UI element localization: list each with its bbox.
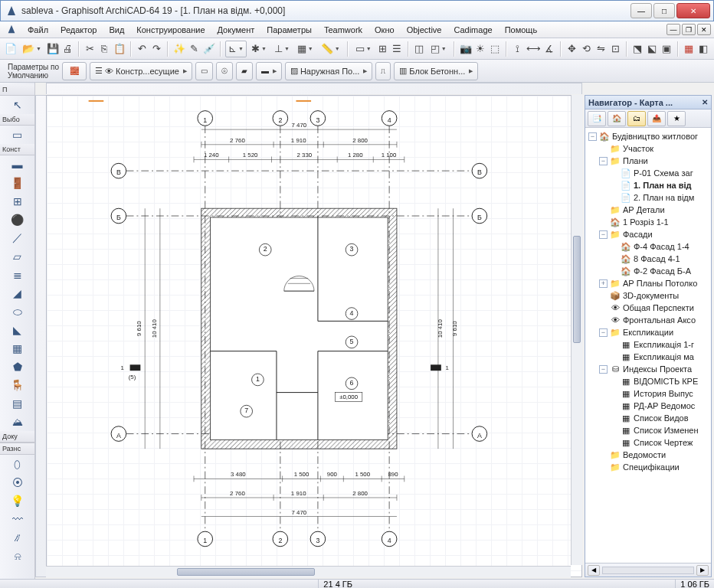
tree-twisty[interactable]: − xyxy=(599,328,608,337)
ref-line[interactable]: ▬▶ xyxy=(256,62,282,80)
navigator-title[interactable]: Навигатор - Карта ... ✕ xyxy=(585,96,711,109)
ruler-icon[interactable]: 📏▼ xyxy=(318,41,343,57)
mdi-close[interactable]: ✕ xyxy=(697,24,711,35)
maximize-button[interactable]: □ xyxy=(653,3,675,18)
tree-item[interactable]: −📁Плани xyxy=(587,155,709,167)
material-combo[interactable]: ▥ Блок Бетонн... ▶ xyxy=(394,62,478,80)
layer-combo[interactable]: ☰ 👁 Констр...есущие ▶ xyxy=(90,62,192,80)
defaults-button[interactable]: 🧱 xyxy=(62,62,87,80)
pen-icon[interactable]: ✎ xyxy=(188,41,201,57)
shell-tool[interactable]: ⬭ xyxy=(8,303,27,320)
zone-tool[interactable]: ▤ xyxy=(8,395,27,412)
tree-item[interactable]: ▦Експликація 1-г xyxy=(587,338,709,351)
geometry-method-a[interactable]: ▭ xyxy=(195,62,213,80)
tree-item[interactable]: −🏠Будівництво житловог xyxy=(587,130,709,142)
column-tool[interactable]: ⚫ xyxy=(8,211,27,228)
angle-icon[interactable]: ∡ xyxy=(543,41,556,57)
nav-scroll-right[interactable]: ▶ xyxy=(696,565,709,576)
window-tool[interactable]: ⊞ xyxy=(8,193,27,210)
move-icon[interactable]: ✥ xyxy=(565,41,578,57)
tree-item[interactable]: 📁АР Детали xyxy=(587,204,709,216)
tree-item[interactable]: 📄2. План на відм xyxy=(587,191,709,204)
navigator-tree[interactable]: −🏠Будівництво житловог📁Участок−📁Плани📄Р-… xyxy=(585,128,711,563)
snap-grid-icon[interactable]: ▦▼ xyxy=(294,41,316,57)
menu-objective[interactable]: Objective xyxy=(401,23,448,37)
menu-помощь[interactable]: Помощь xyxy=(499,23,544,37)
menu-окно[interactable]: Окно xyxy=(368,23,401,37)
marquee-tool[interactable]: ▭ xyxy=(8,126,27,143)
tree-twisty[interactable]: − xyxy=(599,230,608,239)
copy-icon[interactable]: ⎘ xyxy=(98,41,111,57)
tree-item[interactable]: ▦История Выпус xyxy=(587,387,709,400)
drawing-canvas[interactable]: 11223344 ААББВВ 2 3 4 5 6 1 7 ±0,000 xyxy=(46,95,582,577)
eyedrop-icon[interactable]: 💉 xyxy=(202,41,216,57)
horizontal-scrollbar[interactable] xyxy=(46,566,571,577)
geometry-method-b[interactable]: ⦾ xyxy=(216,62,233,80)
tree-item[interactable]: 🏠Ф-2 Фасад Б-А xyxy=(587,265,709,277)
snap-intersection-icon[interactable]: ✱▼ xyxy=(248,41,270,57)
tree-item[interactable]: −⛁Индексы Проекта xyxy=(587,363,709,375)
extra-a-icon[interactable]: ▦ xyxy=(683,41,696,57)
profile-combo[interactable]: ⎍ xyxy=(375,62,391,80)
nav-scroll-left[interactable]: ◀ xyxy=(588,565,600,576)
new-icon[interactable]: 📄 xyxy=(4,41,18,57)
trace-ref-icon[interactable]: ◰▼ xyxy=(427,41,450,57)
extra-b-icon[interactable]: ◧ xyxy=(697,41,710,57)
sun-icon[interactable]: ☀ xyxy=(474,41,487,57)
undo-icon[interactable]: ↶ xyxy=(136,41,149,57)
nav-hscroll[interactable] xyxy=(602,567,694,574)
nav-tab-layout[interactable]: 🗂 xyxy=(627,111,646,126)
tree-item[interactable]: 🏠8 Фасад 4-1 xyxy=(587,253,709,265)
slab-tool[interactable]: ▱ xyxy=(8,248,27,265)
roof-tool[interactable]: ◢ xyxy=(8,285,27,302)
menu-параметры[interactable]: Параметры xyxy=(260,23,318,37)
tree-item[interactable]: 🏠Ф-4 Фасад 1-4 xyxy=(587,240,709,253)
mesh-tool[interactable]: ⛰ xyxy=(8,413,27,430)
tree-twisty[interactable]: − xyxy=(599,365,608,374)
sec-a-icon[interactable]: ⬔ xyxy=(631,41,644,57)
save-icon[interactable]: 💾 xyxy=(46,41,60,57)
tree-item[interactable]: ▦РД-АР Ведомос xyxy=(587,400,709,412)
tree-item[interactable]: ▦Список Видов xyxy=(587,412,709,424)
camera-icon[interactable]: 📷 xyxy=(459,41,473,57)
minimize-button[interactable]: — xyxy=(630,3,652,18)
sec-b-icon[interactable]: ⬕ xyxy=(646,41,659,57)
open-icon[interactable]: 📂▼ xyxy=(19,41,44,57)
rotate-icon[interactable]: ⟲ xyxy=(580,41,593,57)
mirror-icon[interactable]: ⇋ xyxy=(594,41,608,57)
tree-item[interactable]: 👁Фронтальная Аксо xyxy=(587,314,709,326)
stair-tool[interactable]: ≣ xyxy=(8,266,27,283)
3d-icon[interactable]: ⬚ xyxy=(489,41,502,57)
tree-item[interactable]: 📁Специфікации xyxy=(587,461,709,473)
object-tool[interactable]: 🪑 xyxy=(8,377,27,394)
tree-item[interactable]: 🏠1 Розріз 1-1 xyxy=(587,216,709,228)
morph-tool[interactable]: ⬟ xyxy=(8,358,27,375)
scroll-thumb[interactable] xyxy=(573,236,581,343)
trace-icon[interactable]: ◫ xyxy=(413,41,426,57)
tree-item[interactable]: 📁Участок xyxy=(587,142,709,155)
mdi-minimize[interactable]: — xyxy=(667,24,680,35)
nav-tab-project[interactable]: 📑 xyxy=(588,111,606,126)
tree-item[interactable]: 📄1. План на від xyxy=(587,179,709,191)
cut-icon[interactable]: ✂ xyxy=(84,41,97,57)
scroll-thumb[interactable] xyxy=(177,568,315,576)
mep-duct-tool[interactable]: ⬯ xyxy=(8,456,27,472)
relative-mode-icon[interactable]: ⊾▼ xyxy=(225,41,247,57)
close-button[interactable]: ✕ xyxy=(676,3,710,18)
layer-icon[interactable]: ☰ xyxy=(391,41,404,57)
tree-item[interactable]: 📄Р-01 Схема заг xyxy=(587,167,709,179)
redo-icon[interactable]: ↷ xyxy=(150,41,163,57)
nav-tab-publisher[interactable]: 📤 xyxy=(647,111,666,126)
tree-item[interactable]: ▦Експликація ма xyxy=(587,351,709,363)
menu-редактор[interactable]: Редактор xyxy=(54,23,103,37)
wall-tool[interactable]: ▬ xyxy=(8,156,27,173)
spline-tool[interactable]: 〰 xyxy=(8,511,27,528)
menu-файл[interactable]: Файл xyxy=(21,23,54,37)
snap-perp-icon[interactable]: ⊥▼ xyxy=(271,41,293,57)
menu-вид[interactable]: Вид xyxy=(103,23,130,37)
tree-item[interactable]: 📦3D-документы xyxy=(587,289,709,302)
lamp-tool[interactable]: 💡 xyxy=(8,492,27,509)
menu-teamwork[interactable]: Teamwork xyxy=(318,23,368,37)
misc-tool-a[interactable]: ⫽ xyxy=(8,529,27,546)
sec-c-icon[interactable]: ▣ xyxy=(660,41,673,57)
